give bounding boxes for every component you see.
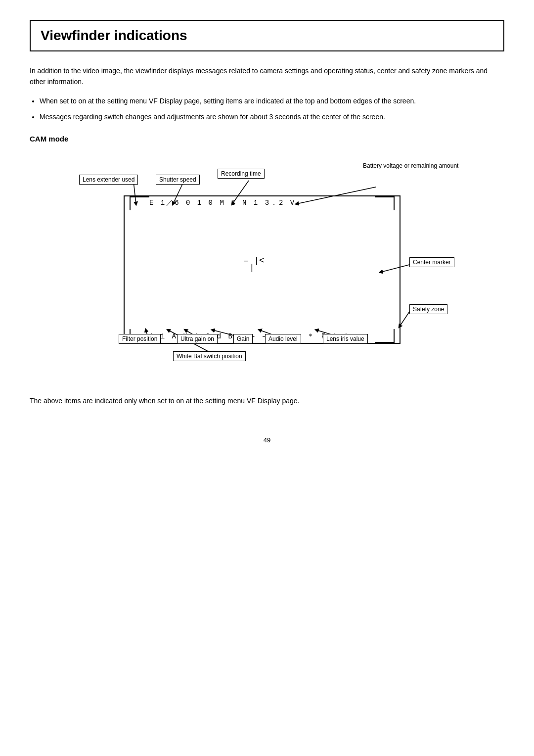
vf-bottom-bracket-right: [375, 329, 395, 343]
viewfinder-box: E 1／6 0 1 0 M I N 1 3．2 V – |< | 1 1 A U…: [124, 195, 400, 344]
filter-position-label: Filter position: [119, 334, 161, 344]
bullet-item-1: When set to on at the setting menu VF Di…: [40, 95, 504, 107]
battery-label: Battery voltage or remaining amount: [360, 161, 461, 171]
cam-mode-title: CAM mode: [30, 135, 504, 143]
bullet-item-2: Messages regarding switch changes and ad…: [40, 111, 504, 123]
ultra-gain-label: Ultra gain on: [177, 334, 218, 344]
white-bal-label: White Bal switch position: [173, 351, 246, 361]
vf-top-bracket-left: [130, 196, 149, 210]
safety-zone-label: Safety zone: [409, 304, 447, 314]
recording-time-label: Recording time: [218, 169, 265, 179]
audio-level-label: Audio level: [265, 334, 301, 344]
diagram-container: E 1／6 0 1 0 M I N 1 3．2 V – |< | 1 1 A U…: [54, 151, 480, 383]
vf-top-bracket-right: [375, 196, 395, 210]
shutter-speed-label: Shutter speed: [156, 175, 200, 185]
bullet-list: When set to on at the setting menu VF Di…: [40, 95, 504, 123]
intro-text: In addition to the video image, the view…: [30, 65, 504, 88]
lens-iris-label: Lens iris value: [323, 334, 368, 344]
gain-label: Gain: [233, 334, 253, 344]
vf-top-text: E 1／6 0 1 0 M I N 1 3．2 V: [149, 198, 296, 207]
page-title: Viewfinder indications: [30, 20, 504, 51]
lens-extender-label: Lens extender used: [79, 175, 138, 185]
page-number: 49: [30, 436, 504, 444]
vf-center-marker: – |< |: [243, 256, 265, 272]
svg-line-5: [400, 312, 409, 327]
center-marker-label: Center marker: [409, 257, 454, 267]
footer-note: The above items are indicated only when …: [30, 395, 504, 406]
